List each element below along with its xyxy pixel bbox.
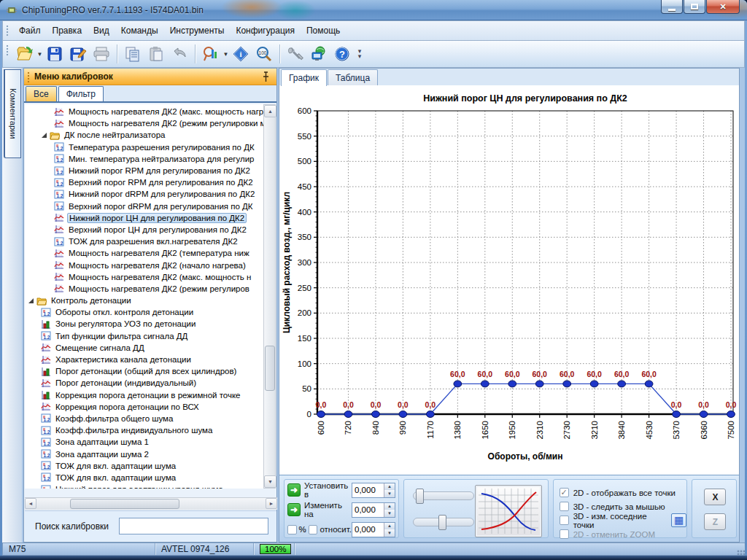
tree-item[interactable]: Характеристика канала детонации — [25, 354, 264, 365]
tree-item[interactable]: 1.2Мин. температура нейтрализатора для р… — [25, 153, 264, 165]
checkbox-2[interactable] — [560, 502, 569, 511]
tree-item[interactable]: Мощность нагревателя ДК2 (начало нагрева… — [25, 259, 264, 271]
tree-item[interactable]: 1.2Зона адаптации шума 1 — [25, 436, 264, 448]
spin-down-icon[interactable]: ▼ — [384, 529, 395, 537]
spin-up-icon[interactable]: ▲ — [384, 523, 395, 530]
tree-item[interactable]: 1.2Верхний порог RPM для регулирования п… — [25, 176, 264, 188]
tree-item[interactable]: ДК после нейтрализатора — [25, 129, 264, 141]
calibration-search-input[interactable] — [119, 518, 268, 534]
chart-area[interactable]: Нижний порог ЦН для регулирования по ДК2… — [279, 86, 739, 475]
menu-item-3[interactable]: Вид — [88, 23, 115, 38]
tree-item[interactable]: Верхний порог ЦН для регулирования по ДК… — [25, 224, 264, 236]
help-button[interactable]: ? — [331, 43, 353, 65]
tree-item[interactable]: 1.2ТОЖ для разрешения вкл.нагревателя ДК… — [25, 236, 264, 247]
change-by-input[interactable] — [352, 503, 384, 517]
horizontal-slider-1[interactable] — [413, 491, 474, 500]
spin-down-icon[interactable]: ▼ — [384, 490, 395, 497]
tab-graph[interactable]: График — [281, 69, 327, 86]
pin-icon[interactable] — [261, 71, 271, 82]
tree-item[interactable]: Мощность нагревателя ДК2 (макс. мощность… — [25, 271, 264, 283]
apply-change-button[interactable]: ➜ — [287, 503, 301, 516]
paste-button[interactable] — [145, 43, 167, 65]
tree-item[interactable]: Контроль детонации — [25, 295, 264, 306]
scroll-down-button[interactable]: ▼ — [264, 475, 276, 488]
spin-up-icon[interactable]: ▲ — [384, 483, 395, 491]
tree-item[interactable]: Мощность нагревателя ДК2 (макс. мощность… — [25, 106, 264, 117]
tree-expand-icon[interactable] — [41, 131, 48, 139]
tree-item[interactable]: 1.2Тип функции фильтра сигнала ДД — [25, 330, 264, 342]
set-to-input[interactable] — [352, 483, 384, 497]
maximize-button[interactable] — [684, 0, 705, 14]
tree-item-selected[interactable]: Нижний порог ЦН для регулирования по ДК2 — [25, 212, 264, 224]
dropdown-arrow-icon[interactable]: ▼ — [36, 43, 43, 65]
menu-item-4[interactable]: Команды — [115, 23, 164, 38]
tree-item[interactable]: Мощность нагревателя ДК2 (режим регулиро… — [25, 117, 264, 129]
checkbox-3[interactable] — [560, 516, 569, 525]
tree-item[interactable]: 1.2Температура разрешения регулирования … — [25, 141, 264, 153]
horizontal-slider-2[interactable] — [413, 518, 474, 526]
menu-item-1[interactable]: Файл — [13, 23, 47, 38]
tab-table[interactable]: Таблица — [328, 69, 378, 85]
tree-expand-icon[interactable] — [28, 297, 35, 304]
info-button[interactable]: i — [230, 43, 252, 65]
slider-thumb[interactable] — [438, 515, 446, 530]
minimize-button[interactable] — [661, 0, 683, 14]
horizontal-scroll-thumb[interactable] — [70, 499, 179, 509]
title-bar[interactable]: ChipTuningPRO ver.7.7.1.1193 - I574DA01.… — [0, 0, 747, 20]
spin-up-icon[interactable]: ▲ — [384, 503, 395, 510]
close-button[interactable]: ✕ — [706, 0, 740, 14]
scroll-up-button[interactable]: ▲ — [264, 105, 276, 117]
menu-item-6[interactable]: Конфигурация — [230, 23, 301, 38]
curve-preview[interactable] — [475, 485, 542, 537]
calibration-panel-header[interactable]: Меню калибровок — [24, 69, 276, 85]
tree-item[interactable]: Зоны регулятора УОЗ по детонации — [25, 318, 264, 330]
scroll-left-button[interactable]: ◄ — [25, 498, 36, 509]
save-as-button[interactable] — [67, 43, 89, 65]
tree-item[interactable]: 1.2Зона адаптации шума 2 — [25, 448, 264, 459]
menu-item-5[interactable]: Инструменты — [164, 23, 231, 38]
percent-checkbox[interactable] — [287, 525, 297, 534]
tree-item[interactable]: 1.2Верхний порог dRPM для регулирования … — [25, 201, 264, 212]
tools-button[interactable] — [285, 43, 306, 65]
calibration-chart[interactable]: Нижний порог ЦН для регулирования по ДК2… — [279, 86, 739, 475]
tree-item[interactable]: Коррекция порога детонации по ВСХ — [25, 401, 264, 413]
tree-item[interactable]: Мощность нагревателя ДК2 (температура ни… — [25, 247, 264, 259]
tree-item[interactable]: 1.2ТОЖ для вкл. адаптации шума — [25, 460, 264, 472]
copy-button[interactable] — [122, 43, 144, 65]
grid-button[interactable]: ▦ — [671, 513, 686, 527]
menu-item-7[interactable]: Помощь — [301, 23, 346, 38]
tree-item[interactable]: Порог детонации (общий для всех цилиндро… — [25, 365, 264, 377]
checkbox-1[interactable]: ✓ — [560, 488, 569, 497]
axis-x-button[interactable]: X — [704, 489, 726, 505]
calibration-tab-фильтр[interactable]: Фильтр — [58, 86, 104, 101]
relative-input[interactable] — [352, 523, 384, 537]
chart-view-button[interactable] — [200, 43, 222, 65]
undo-button[interactable] — [169, 43, 190, 65]
open-file-button[interactable] — [14, 43, 36, 65]
tree-item[interactable]: 1.2Коэфф.фильтра общего шума — [25, 413, 264, 424]
apply-set-button[interactable]: ➜ — [287, 483, 301, 497]
toolbar-overflow-button[interactable]: ▾▾ — [355, 49, 364, 59]
tree-item[interactable]: Порог детонации (индивидуальный) — [25, 377, 264, 389]
tree-vertical-scrollbar[interactable]: ▲ ▼ — [263, 104, 276, 489]
tree-horizontal-scrollbar[interactable]: ◄ ► — [25, 497, 277, 510]
tree-item[interactable]: 1.2Нижний порог dRPM для регулирования п… — [25, 188, 264, 200]
scroll-right-button[interactable]: ► — [266, 498, 277, 509]
calibration-tab-все[interactable]: Все — [26, 86, 57, 101]
slider-thumb[interactable] — [416, 489, 424, 504]
tree-item[interactable]: 1.2Обороты откл. контроля детонации — [25, 306, 264, 318]
tree-item[interactable]: Мощность нагревателя ДК2 (режим регулиро… — [25, 283, 264, 295]
tree-item[interactable]: 1.2Нижний порог RPM для регулирования по… — [25, 165, 264, 176]
relative-checkbox[interactable] — [309, 525, 318, 534]
tree-item[interactable]: 1.2Коэфф.фильтра индивидуального шума — [25, 424, 264, 436]
comments-panel-tab[interactable]: Комментарии — [4, 69, 21, 158]
save-button[interactable] — [44, 43, 66, 65]
tree-item[interactable]: 1.2ТОЖ для вкл. адаптации шума — [25, 472, 264, 483]
calibration-tree[interactable]: Мощность нагревателя ДК2 (макс. мощность… — [25, 104, 265, 489]
zoom-100-button[interactable]: 100 — [253, 43, 275, 65]
vertical-scroll-thumb[interactable] — [265, 346, 275, 391]
tree-item[interactable]: Коррекция порога детонации в режимной то… — [25, 389, 264, 401]
spin-down-icon[interactable]: ▼ — [384, 510, 395, 517]
tree-item[interactable]: Смещение сигнала ДД — [25, 342, 264, 354]
dropdown-arrow-icon[interactable]: ▼ — [222, 43, 229, 65]
